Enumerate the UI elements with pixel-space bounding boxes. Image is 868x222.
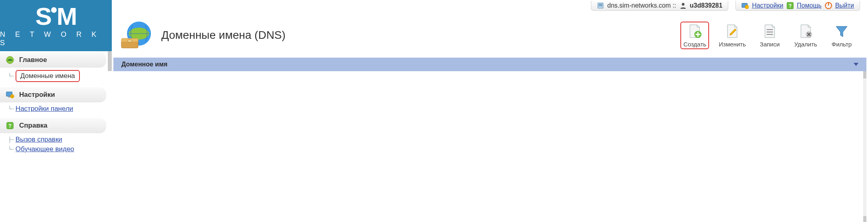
sidebar-item-help-call[interactable]: Вызов справки <box>16 136 62 144</box>
delete-label: Удалить <box>794 41 817 48</box>
topbar-logout-link[interactable]: Выйти <box>835 2 854 9</box>
sort-dropdown-icon[interactable] <box>854 63 858 66</box>
file-edit-icon <box>724 23 740 39</box>
svg-rect-20 <box>128 40 132 42</box>
nav-group-main[interactable]: Главное <box>0 52 106 68</box>
svg-rect-16 <box>828 2 829 6</box>
monitor-settings-icon <box>6 90 14 99</box>
table-col-domain: Доменное имя <box>121 61 167 68</box>
settings-icon <box>741 2 749 9</box>
svg-point-10 <box>682 3 684 6</box>
server-icon <box>597 2 604 9</box>
create-label: Создать <box>684 41 706 48</box>
topbar-user: u3d839281 <box>690 2 723 9</box>
logo: SM N E T W O R K S <box>0 0 112 51</box>
sidebar-item-panel-settings[interactable]: Настройки панели <box>16 105 73 113</box>
nav-group-help-label: Справка <box>19 122 48 130</box>
topbar-host: dns.sim-networks.com :: <box>607 2 676 9</box>
nav-group-main-label: Главное <box>19 56 47 64</box>
sidebar-item-domains[interactable]: Доменные имена <box>16 70 80 82</box>
filter-label: Фильтр <box>832 41 852 48</box>
file-delete-icon <box>798 23 814 39</box>
nav-group-help[interactable]: ? Справка <box>0 118 106 133</box>
home-icon <box>6 56 14 64</box>
logout-icon <box>825 2 832 9</box>
funnel-icon <box>834 23 850 39</box>
tree-branch-icon: ├┄ <box>8 136 13 143</box>
topbar-help-link[interactable]: Помощь <box>797 2 822 9</box>
page-title: Доменные имена (DNS) <box>161 29 285 42</box>
svg-rect-3 <box>8 97 10 98</box>
svg-text:?: ? <box>8 123 12 129</box>
sidebar: SM N E T W O R K S Главное └┄ Доменные и… <box>0 0 112 222</box>
svg-text:?: ? <box>789 3 792 8</box>
table-body <box>112 71 868 222</box>
toolbar: Создать Изменить Записи <box>680 22 856 49</box>
nav-group-settings-label: Настройки <box>19 91 55 99</box>
help-square-icon: ? <box>6 121 14 130</box>
sidebar-item-tutorial-video[interactable]: Обучающее видео <box>16 145 74 153</box>
user-icon <box>680 2 687 9</box>
table-scrollbar[interactable] <box>863 71 866 222</box>
records-label: Записи <box>760 41 780 48</box>
svg-point-12 <box>745 5 749 8</box>
sidebar-scrollbar[interactable] <box>108 51 112 71</box>
edit-button[interactable]: Изменить <box>716 22 748 49</box>
delete-button[interactable]: Удалить <box>791 22 820 49</box>
page-globe-icon <box>121 20 153 50</box>
records-button[interactable]: Записи <box>755 22 784 49</box>
edit-label: Изменить <box>719 41 746 48</box>
table-header[interactable]: Доменное имя <box>113 58 866 71</box>
svg-rect-9 <box>599 5 602 6</box>
topbar-settings-link[interactable]: Настройки <box>752 2 783 9</box>
tree-branch-icon: └┄ <box>8 146 13 152</box>
logo-subtitle: N E T W O R K S <box>0 30 112 47</box>
filter-button[interactable]: Фильтр <box>827 22 856 49</box>
tree-branch-icon: └┄ <box>8 106 13 112</box>
file-list-icon <box>762 23 778 39</box>
nav-group-settings[interactable]: Настройки <box>0 87 106 102</box>
svg-rect-8 <box>599 4 602 4</box>
help-icon: ? <box>787 2 794 9</box>
logo-mark: SM <box>35 4 76 29</box>
topbar-host-user: dns.sim-networks.com :: u3d839281 <box>591 1 728 11</box>
main: dns.sim-networks.com :: u3d839281 Настро… <box>112 0 868 222</box>
create-button[interactable]: Создать <box>680 22 709 49</box>
file-add-icon <box>687 23 703 39</box>
tree-branch-icon: └┄ <box>8 73 13 79</box>
topbar: dns.sim-networks.com :: u3d839281 Настро… <box>112 0 868 11</box>
